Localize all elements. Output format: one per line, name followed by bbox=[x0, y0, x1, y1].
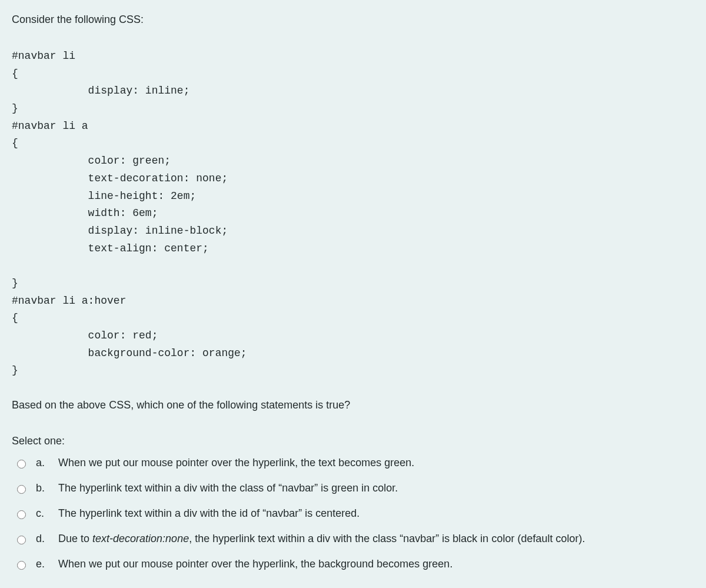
option-letter: c. bbox=[36, 506, 50, 521]
option-text: Due to text-decoration:none, the hyperli… bbox=[58, 531, 585, 547]
radio-d[interactable] bbox=[17, 536, 26, 544]
option-e[interactable]: e. When we put our mouse pointer over th… bbox=[14, 556, 694, 572]
question-prompt: Based on the above CSS, which one of the… bbox=[12, 397, 694, 413]
option-letter: a. bbox=[36, 455, 50, 471]
radio-e[interactable] bbox=[17, 561, 26, 570]
option-letter: d. bbox=[36, 531, 50, 547]
option-d[interactable]: d. Due to text-decoration:none, the hype… bbox=[14, 531, 694, 547]
question-intro: Consider the following CSS: bbox=[12, 12, 694, 28]
radio-b[interactable] bbox=[17, 485, 26, 494]
option-text: When we put our mouse pointer over the h… bbox=[58, 556, 452, 572]
option-letter: b. bbox=[36, 480, 50, 496]
option-text: The hyperlink text within a div with the… bbox=[58, 480, 398, 496]
option-c[interactable]: c. The hyperlink text within a div with … bbox=[14, 506, 694, 521]
option-text: The hyperlink text within a div with the… bbox=[58, 506, 359, 521]
options-group: a. When we put our mouse pointer over th… bbox=[12, 455, 694, 572]
radio-c[interactable] bbox=[17, 510, 26, 519]
option-a[interactable]: a. When we put our mouse pointer over th… bbox=[14, 455, 694, 471]
option-text: When we put our mouse pointer over the h… bbox=[58, 455, 414, 471]
radio-a[interactable] bbox=[17, 460, 26, 469]
option-letter: e. bbox=[36, 556, 50, 572]
code-block: #navbar li { display: inline; } #navbar … bbox=[12, 48, 694, 380]
option-b[interactable]: b. The hyperlink text within a div with … bbox=[14, 480, 694, 496]
select-one-label: Select one: bbox=[12, 433, 694, 449]
